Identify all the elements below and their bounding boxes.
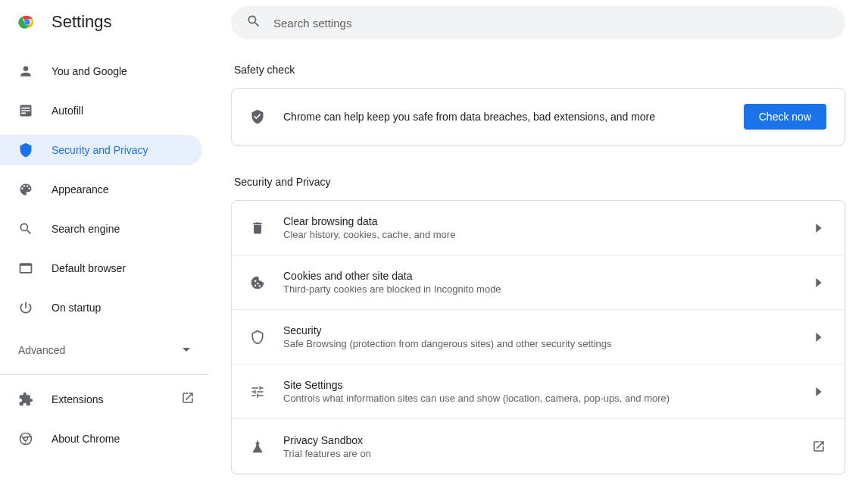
sidebar-item-label: Appearance [52,183,202,196]
chevron-right-icon [811,333,826,342]
row-subtitle: Third-party cookies are blocked in Incog… [283,283,793,295]
external-link-icon [181,391,195,408]
check-now-button[interactable]: Check now [744,104,826,130]
chevron-down-icon [183,343,190,357]
privacy-section-title: Security and Privacy [231,176,845,188]
shield-icon [18,142,33,158]
sidebar-item-label: Autofill [52,105,202,117]
privacy-item-privacy-sandbox[interactable]: Privacy Sandbox Trial features are on [232,419,845,474]
search-bar[interactable] [231,6,845,39]
divider [0,374,208,375]
header: Settings [0,0,208,44]
sidebar-item-on-startup[interactable]: On startup [0,293,202,323]
tune-icon [250,384,265,399]
privacy-item-cookies[interactable]: Cookies and other site data Third-party … [232,255,845,310]
external-link-icon [811,440,826,453]
sidebar-item-search-engine[interactable]: Search engine [0,214,202,244]
row-title: Security [283,324,793,336]
search-input[interactable] [273,17,830,30]
search-icon [246,14,261,32]
power-icon [18,300,33,315]
sidebar-advanced-toggle[interactable]: Advanced [0,335,208,365]
privacy-item-security[interactable]: Security Safe Browsing (protection from … [232,310,845,365]
sidebar-item-label: About Chrome [52,433,195,445]
sidebar-item-label: On startup [52,302,202,314]
sidebar-item-autofill[interactable]: Autofill [0,95,202,126]
row-subtitle: Controls what information sites can use … [283,393,793,404]
chevron-right-icon [811,387,826,396]
sidebar-item-default-browser[interactable]: Default browser [0,253,202,283]
shield-outline-icon [250,330,265,345]
sidebar-item-label: Extensions [52,393,163,405]
row-subtitle: Safe Browsing (protection from dangerous… [283,338,793,349]
chrome-outline-icon [18,431,33,446]
chevron-right-icon [811,278,826,287]
sidebar-item-about-chrome[interactable]: About Chrome [0,424,208,454]
trash-icon [250,221,265,236]
sidebar-item-you-and-google[interactable]: You and Google [0,56,202,86]
cookie-icon [250,275,265,290]
chevron-right-icon [811,224,826,233]
row-title: Cookies and other site data [283,270,793,282]
shield-check-icon [250,109,265,124]
person-icon [18,64,33,79]
privacy-item-site-settings[interactable]: Site Settings Controls what information … [232,365,845,419]
sidebar: You and Google Autofill Security and Pri… [0,44,208,454]
sidebar-item-label: Search engine [52,223,202,235]
search-icon [18,221,33,236]
sidebar-item-security[interactable]: Security and Privacy [0,135,202,165]
extension-icon [18,392,33,407]
safety-check-card: Chrome can help keep you safe from data … [231,88,845,146]
sidebar-item-label: Default browser [52,262,202,274]
browser-icon [18,261,33,276]
privacy-list-card: Clear browsing data Clear history, cooki… [231,200,845,474]
chrome-logo-icon [18,13,36,31]
palette-icon [18,182,33,197]
sidebar-item-label: You and Google [52,65,202,77]
row-title: Clear browsing data [283,215,793,227]
privacy-item-clear-browsing-data[interactable]: Clear browsing data Clear history, cooki… [232,201,845,255]
autofill-icon [18,103,33,118]
row-subtitle: Clear history, cookies, cache, and more [283,229,793,240]
sidebar-item-label: Security and Privacy [52,144,202,156]
sidebar-item-appearance[interactable]: Appearance [0,174,202,205]
flask-icon [250,439,265,454]
sidebar-item-extensions[interactable]: Extensions [0,384,208,415]
page-title: Settings [52,12,112,32]
row-title: Site Settings [283,379,793,391]
safety-description: Chrome can help keep you safe from data … [283,111,726,123]
row-title: Privacy Sandbox [283,434,793,446]
advanced-label: Advanced [18,344,65,356]
safety-section-title: Safety check [231,64,845,76]
row-subtitle: Trial features are on [283,448,793,459]
